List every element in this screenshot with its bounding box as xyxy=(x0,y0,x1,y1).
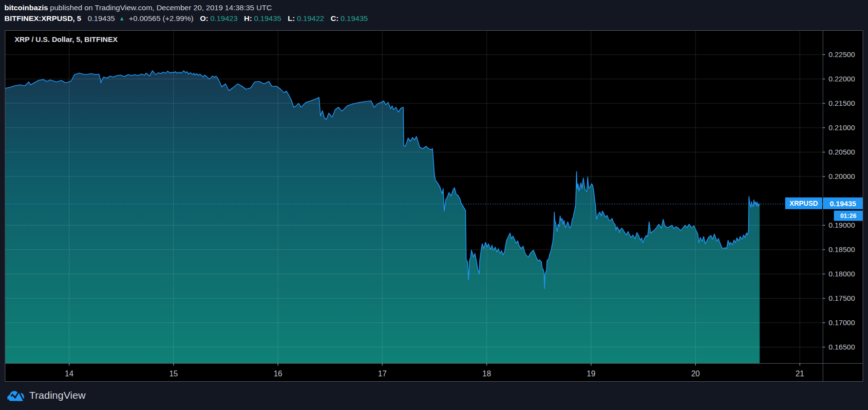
svg-text:0.18000: 0.18000 xyxy=(829,270,855,278)
svg-text:20: 20 xyxy=(691,370,700,378)
page: { "header": { "author": "bitcoinbazis", … xyxy=(0,0,868,410)
svg-text:21: 21 xyxy=(795,370,804,378)
author-name: bitcoinbazis xyxy=(4,3,48,12)
svg-text:0.21000: 0.21000 xyxy=(829,123,855,132)
symbol-price-flag: XRPUSD xyxy=(785,197,822,209)
svg-text:15: 15 xyxy=(169,370,178,378)
svg-text:0.19000: 0.19000 xyxy=(829,221,855,229)
svg-text:19: 19 xyxy=(587,370,596,378)
svg-text:0.20500: 0.20500 xyxy=(829,148,855,156)
chart-frame: 0.22500 0.22000 0.21500 0.21000 0.20500 … xyxy=(5,30,863,382)
svg-text:0.21500: 0.21500 xyxy=(829,99,855,107)
close-value: 0.19435 xyxy=(340,14,368,22)
price-change: +0.00565 (+2.99%) xyxy=(129,14,193,22)
svg-text:0.18500: 0.18500 xyxy=(829,245,855,254)
tradingview-link[interactable]: TradingView xyxy=(7,388,86,403)
high-value: 0.19435 xyxy=(254,14,281,22)
svg-text:14: 14 xyxy=(65,370,74,378)
svg-text:0.22500: 0.22500 xyxy=(829,50,855,59)
chart-title: XRP / U.S. Dollar, 5, BITFINEX xyxy=(15,35,117,43)
bar-countdown-label: 01:26 xyxy=(834,211,863,221)
low-value: 0.19422 xyxy=(297,14,324,22)
svg-text:0.17000: 0.17000 xyxy=(829,318,855,327)
open-value: 0.19423 xyxy=(210,14,238,22)
close-label: C: xyxy=(331,14,339,22)
tradingview-logo-icon xyxy=(7,388,25,403)
brand-name[interactable]: TradingView xyxy=(29,390,86,401)
svg-text:0.17500: 0.17500 xyxy=(829,294,855,302)
price-chart-canvas[interactable]: 0.22500 0.22000 0.21500 0.21000 0.20500 … xyxy=(5,31,863,381)
high-label: H: xyxy=(244,14,252,22)
symbol-status-line: BITFINEX:XRPUSD, 5 0.19435 ▲ +0.00565 (+… xyxy=(4,14,372,23)
last-price-label: 0.19435 xyxy=(823,197,863,209)
up-triangle-icon: ▲ xyxy=(119,15,125,22)
svg-text:0.22000: 0.22000 xyxy=(829,75,855,83)
open-label: O: xyxy=(200,14,208,22)
svg-text:0.20000: 0.20000 xyxy=(829,172,855,180)
svg-text:18: 18 xyxy=(482,370,491,378)
svg-text:16: 16 xyxy=(274,370,283,378)
last-price: 0.19435 xyxy=(88,14,115,22)
publish-info-line: bitcoinbazispublished on TradingView.com… xyxy=(4,3,274,12)
published-text: published on TradingView.com, December 2… xyxy=(50,3,272,12)
svg-text:0.16500: 0.16500 xyxy=(829,343,855,351)
time-axis[interactable]: 14 15 16 17 18 19 20 21 xyxy=(65,363,804,378)
svg-text:17: 17 xyxy=(378,370,387,378)
symbol-interval: BITFINEX:XRPUSD, 5 xyxy=(4,14,81,22)
low-label: L: xyxy=(288,14,295,22)
